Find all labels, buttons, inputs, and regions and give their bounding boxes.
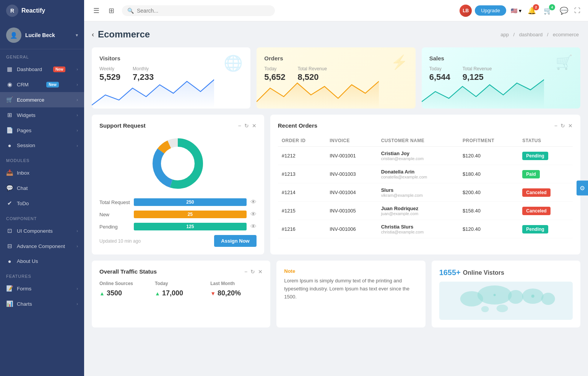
page-title: Ecommerce [98, 29, 150, 40]
table-row: #1215 INV-001005 Juan Rodriquez juan@exa… [278, 202, 573, 220]
pages-icon: 📄 [6, 127, 13, 134]
svg-point-14 [531, 295, 534, 298]
table-row: #1216 INV-001006 Christia Slurs christia… [278, 220, 573, 238]
notification-badge: 2 [533, 4, 539, 10]
customer-name: Cristian Joy [381, 151, 455, 156]
sidebar-item-forms[interactable]: 📝 Forms › [0, 281, 84, 296]
cart-badge: 4 [549, 4, 555, 10]
up-arrow-icon: ▲ [99, 290, 105, 297]
sidebar: 👤 Lucile Beck ▾ General ▦ Dashboard New … [0, 0, 84, 376]
orders-refresh-button[interactable]: ↻ [560, 123, 565, 129]
sidebar-item-pages[interactable]: 📄 Pages › [0, 123, 84, 138]
sidebar-item-about-us[interactable]: ● About Us [0, 254, 84, 269]
widgets-icon: ⊞ [6, 112, 13, 118]
app-name: Reactify [21, 7, 45, 14]
sidebar-item-label: ToDo [17, 201, 29, 206]
orders-card-actions: − ↻ ✕ [554, 123, 573, 129]
ecommerce-icon: 🛒 [6, 96, 13, 103]
orders-minimize-button[interactable]: − [554, 123, 557, 129]
support-request-card: Support Request − ↻ ✕ [92, 115, 264, 254]
sidebar-item-advance-component[interactable]: ⊟ Advance Component › [0, 238, 84, 254]
messages-button[interactable]: 💬 [558, 5, 570, 16]
page-header: ‹ Ecommerce app / dashboard / ecommerce [92, 29, 580, 40]
sidebar-item-charts[interactable]: 📊 Charts › [0, 296, 84, 311]
profit-cell: $158.40 [459, 202, 518, 220]
svg-point-9 [508, 290, 523, 304]
order-id-cell: #1215 [278, 202, 326, 220]
sidebar-item-crm[interactable]: ◉ CRM New › [0, 77, 84, 92]
breadcrumb-app[interactable]: app [500, 32, 509, 37]
flag-button[interactable]: 🇺🇸 ▾ [511, 8, 521, 14]
svg-point-11 [541, 293, 555, 305]
sidebar-item-label: UI Components [17, 228, 53, 234]
sidebar-item-session[interactable]: ● Session › [0, 138, 84, 153]
orders-close-button[interactable]: ✕ [568, 123, 573, 129]
user-name: Lucile Beck [25, 32, 55, 38]
total-eye-button[interactable]: 👁 [250, 199, 257, 206]
orders-stat-card: ⚡ Orders Today 5,652 Total Revenue 8,520 [257, 47, 415, 109]
breadcrumb-current: ecommerce [553, 32, 579, 37]
assign-now-button[interactable]: Assign Now [214, 235, 256, 247]
cart-button[interactable]: 🛒 4 [542, 5, 554, 16]
sidebar-item-label: Advance Component [17, 243, 65, 249]
upgrade-button[interactable]: Upgrade [475, 5, 506, 16]
sidebar-item-chat[interactable]: 💬 Chat [0, 180, 84, 196]
user-profile[interactable]: 👤 Lucile Beck ▾ [0, 21, 84, 49]
sidebar-item-dashboard[interactable]: ▦ Dashboard New › [0, 62, 84, 77]
table-row: #1212 INV-001001 Cristian Joy cristian@e… [278, 147, 573, 165]
traffic-columns: Online Sources ▲ 3500 Today ▲ 17,000 [99, 281, 263, 297]
traffic-minimize-button[interactable]: − [244, 269, 247, 275]
traffic-close-button[interactable]: ✕ [258, 269, 263, 275]
hamburger-button[interactable]: ☰ [92, 5, 101, 16]
sidebar-item-ecommerce[interactable]: 🛒 Ecommerce › [0, 92, 84, 107]
search-input[interactable] [137, 8, 270, 14]
sidebar-item-todo[interactable]: ✔ ToDo [0, 196, 84, 211]
updated-text: Updated 10 min ago [99, 238, 141, 244]
pending-eye-button[interactable]: 👁 [250, 223, 257, 230]
support-close-button[interactable]: ✕ [252, 123, 257, 129]
status-badge: Pending [522, 225, 548, 233]
traffic-val3: ▼ 80,20% [210, 289, 263, 297]
note-card: Note Lorem Ipsum is simply dummy text of… [276, 261, 425, 327]
new-eye-button[interactable]: 👁 [250, 211, 257, 218]
sidebar-item-label: Chat [17, 185, 28, 191]
sidebar-item-label: Ecommerce [17, 97, 44, 103]
back-button[interactable]: ‹ [92, 31, 94, 39]
crm-icon: ◉ [6, 81, 13, 88]
customer-cell: Donatella Arin conatella@example.com [377, 165, 459, 183]
topnav: ☰ ⊞ 🔍 LB Upgrade 🇺🇸 ▾ 🔔 2 🛒 4 💬 ⛶ [84, 0, 588, 21]
chevron-right-icon: › [76, 286, 78, 291]
breadcrumb-dashboard[interactable]: dashboard [519, 32, 543, 37]
svg-marker-0 [92, 79, 214, 109]
traffic-val2: ▲ 17,000 [155, 289, 207, 297]
grid-button[interactable]: ⊞ [107, 5, 116, 16]
support-minimize-button[interactable]: − [238, 123, 241, 129]
traffic-refresh-button[interactable]: ↻ [250, 269, 255, 275]
expand-button[interactable]: ⛶ [574, 7, 580, 14]
traffic-col1-header: Online Sources [99, 281, 152, 286]
up-arrow-icon2: ▲ [155, 290, 160, 297]
sidebar-item-inbox[interactable]: 📥 Inbox [0, 165, 84, 180]
settings-panel-toggle[interactable]: ⚙ [577, 181, 588, 196]
total-request-row: Total Request 250 👁 [99, 198, 257, 206]
sidebar-item-ui-components[interactable]: ⊡ UI Components › [0, 223, 84, 238]
status-badge: Canceled [522, 188, 550, 197]
status-cell: Paid [518, 165, 573, 183]
sidebar-item-widgets[interactable]: ⊞ Widgets › [0, 107, 84, 123]
globe-icon: 🌐 [224, 54, 243, 72]
weekly-label: Weekly [99, 66, 120, 71]
component-section-label: Component [0, 211, 84, 223]
table-row: #1214 INV-001004 Slurs vikram@example.co… [278, 183, 573, 202]
svg-marker-2 [422, 79, 544, 109]
col-order-id: Order ID [278, 135, 326, 147]
charts-icon: 📊 [6, 300, 13, 307]
total-bar: 250 [134, 198, 247, 206]
notifications-button[interactable]: 🔔 2 [526, 5, 538, 16]
flag-icon: 🇺🇸 [511, 8, 517, 14]
donut-chart-container [99, 135, 257, 192]
support-refresh-button[interactable]: ↻ [244, 123, 249, 129]
sidebar-item-label: Dashboard [17, 66, 42, 72]
table-row: #1213 INV-001003 Donatella Arin conatell… [278, 165, 573, 183]
search-icon: 🔍 [127, 8, 134, 14]
sidebar-item-label: CRM [17, 82, 29, 88]
